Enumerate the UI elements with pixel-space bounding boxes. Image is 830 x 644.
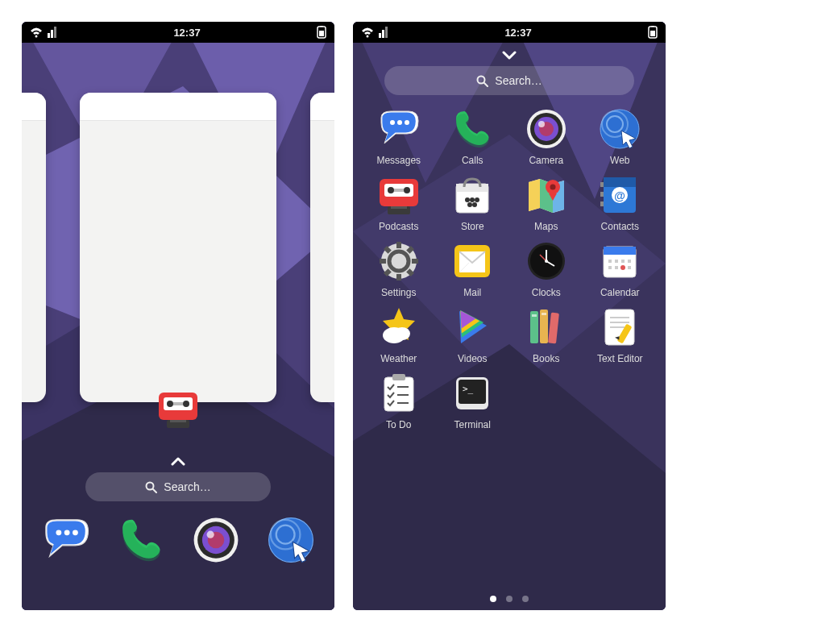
page-indicator[interactable] bbox=[353, 596, 666, 602]
dock-app-camera[interactable] bbox=[187, 511, 245, 569]
app-terminal[interactable]: Terminal bbox=[437, 371, 509, 430]
app-grid: Messages Calls Camera Web Podcasts Store… bbox=[353, 106, 666, 430]
app-label: Calls bbox=[462, 155, 483, 166]
app-label: Books bbox=[533, 353, 559, 364]
app-label: Calendar bbox=[600, 287, 640, 298]
dock bbox=[22, 511, 334, 569]
wifi-icon bbox=[361, 27, 374, 38]
app-label: Store bbox=[461, 221, 484, 232]
overview-card-focused[interactable] bbox=[80, 93, 276, 402]
overview-focused-app-icon bbox=[156, 386, 201, 425]
app-store[interactable]: Store bbox=[437, 172, 509, 232]
app-settings[interactable]: Settings bbox=[363, 239, 435, 298]
wifi-icon bbox=[30, 27, 43, 38]
battery-icon bbox=[648, 26, 658, 39]
app-label: Settings bbox=[381, 287, 416, 298]
app-calls[interactable]: Calls bbox=[437, 106, 509, 166]
app-label: Terminal bbox=[454, 419, 491, 430]
app-label: Messages bbox=[376, 155, 421, 166]
app-label: Text Editor bbox=[597, 353, 643, 364]
search-icon bbox=[145, 481, 157, 493]
page-dot-3[interactable] bbox=[522, 596, 529, 602]
app-label: Mail bbox=[463, 287, 481, 298]
search-placeholder: Search… bbox=[164, 480, 210, 493]
app-podcasts[interactable]: Podcasts bbox=[363, 172, 435, 232]
status-bar[interactable]: 12:37 bbox=[22, 22, 334, 43]
app-calendar[interactable]: Calendar bbox=[584, 239, 657, 298]
app-label: Weather bbox=[380, 353, 417, 364]
app-todo[interactable]: To Do bbox=[363, 371, 435, 430]
app-web[interactable]: Web bbox=[584, 106, 657, 166]
page-dot-2[interactable] bbox=[506, 596, 513, 602]
app-messages[interactable]: Messages bbox=[363, 106, 435, 166]
app-label: To Do bbox=[386, 419, 411, 430]
dock-app-messages[interactable] bbox=[37, 511, 95, 569]
app-contacts[interactable]: Contacts bbox=[584, 172, 657, 232]
app-drawer-close-handle[interactable] bbox=[353, 51, 666, 60]
overview-card-prev[interactable] bbox=[22, 93, 46, 402]
app-books[interactable]: Books bbox=[510, 305, 583, 364]
app-label: Videos bbox=[458, 353, 487, 364]
app-clocks[interactable]: Clocks bbox=[510, 239, 583, 298]
page-dot-1[interactable] bbox=[490, 596, 496, 602]
search-input[interactable]: Search… bbox=[85, 472, 271, 501]
app-videos[interactable]: Videos bbox=[437, 305, 509, 364]
app-label: Web bbox=[610, 155, 629, 166]
search-placeholder: Search… bbox=[495, 74, 542, 87]
status-bar[interactable]: 12:37 bbox=[353, 22, 666, 43]
app-label: Maps bbox=[534, 221, 558, 232]
app-camera[interactable]: Camera bbox=[510, 106, 583, 166]
search-input[interactable]: Search… bbox=[384, 66, 634, 95]
overview-card-next[interactable] bbox=[310, 93, 334, 402]
battery-icon bbox=[317, 26, 326, 39]
app-mail[interactable]: Mail bbox=[437, 239, 509, 298]
phone-appgrid-screen: 12:37 Search… Messages Calls Camera Web … bbox=[353, 22, 666, 610]
app-label: Camera bbox=[529, 155, 563, 166]
app-label: Contacts bbox=[601, 221, 639, 232]
app-drawer-handle[interactable] bbox=[22, 457, 334, 466]
search-icon bbox=[476, 75, 488, 87]
app-texteditor[interactable]: Text Editor bbox=[584, 305, 657, 364]
app-maps[interactable]: Maps bbox=[510, 172, 583, 232]
app-label: Podcasts bbox=[379, 221, 418, 232]
status-time: 12:37 bbox=[173, 27, 200, 39]
phone-overview-screen: 12:37 Search… bbox=[22, 22, 334, 610]
app-weather[interactable]: Weather bbox=[363, 305, 435, 364]
dock-app-web[interactable] bbox=[262, 511, 320, 569]
status-time: 12:37 bbox=[504, 27, 531, 39]
app-label: Clocks bbox=[532, 287, 561, 298]
dock-app-calls[interactable] bbox=[112, 511, 170, 569]
overview-carousel[interactable] bbox=[22, 43, 334, 470]
signal-icon bbox=[48, 27, 57, 38]
signal-icon bbox=[379, 27, 388, 38]
